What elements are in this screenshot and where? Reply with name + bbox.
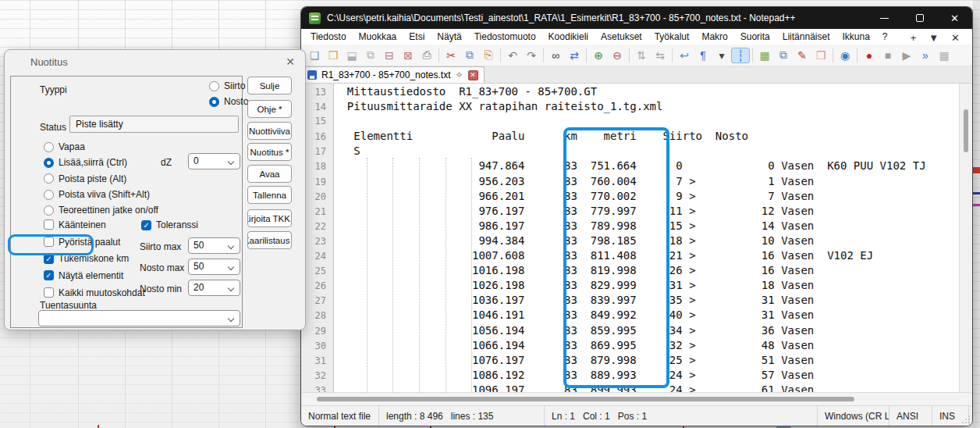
dialog-button[interactable]: Avaa xyxy=(247,165,292,183)
macro-record-icon[interactable]: ● xyxy=(860,48,879,63)
checkbox-row[interactable]: ✓ Käänteinen xyxy=(44,216,145,234)
checkbox-icon[interactable]: ✓ xyxy=(44,270,54,280)
undo-icon[interactable]: ↶ xyxy=(503,48,522,63)
document-map-icon[interactable]: ▦ xyxy=(755,48,774,63)
menu-item[interactable]: Ikkuna xyxy=(836,31,875,42)
show-all-chars-icon[interactable]: ¶ xyxy=(694,48,712,63)
spinner-combo[interactable]: 20 xyxy=(188,280,240,296)
menu-item[interactable]: Tiedostomuoto xyxy=(468,31,542,42)
menu-item[interactable]: Asetukset xyxy=(595,31,648,42)
dialog-button[interactable]: Tallenna xyxy=(247,186,292,204)
zoom-out-icon[interactable]: ⊖ xyxy=(608,48,627,63)
macro-play-icon[interactable]: ▶ xyxy=(897,48,916,63)
tyyppi-radio-row[interactable]: Siirto xyxy=(209,78,248,94)
checkbox-row[interactable]: ✓ Kaikki muutoskohdat xyxy=(44,284,145,301)
macro-save-icon[interactable]: ▦ xyxy=(935,48,953,63)
spinner-combo[interactable]: 50 xyxy=(188,259,240,275)
sync-horizontal-icon[interactable]: ⇆ xyxy=(651,48,669,63)
radio-icon[interactable] xyxy=(209,81,219,91)
toolbar-icon[interactable] xyxy=(500,48,501,62)
menu-item[interactable]: Muokkaa xyxy=(353,31,403,42)
mode-radio-row[interactable]: Lisää,siirrä (Ctrl) xyxy=(44,155,158,170)
indent-guide-icon[interactable]: ┆ xyxy=(731,48,750,63)
editor[interactable]: 13 Mittaustiedosto R1_83+700 - 85+700.GT… xyxy=(301,84,972,392)
mode-radio-row[interactable]: Poista piste (Alt) xyxy=(44,171,158,187)
mode-radio-row[interactable]: Poista viiva (Shift+Alt) xyxy=(44,187,158,202)
vertical-scrollbar-thumb[interactable] xyxy=(964,109,968,152)
print-icon[interactable]: ⎙ xyxy=(417,48,436,63)
dialog-button[interactable]: Ohje * xyxy=(247,100,292,118)
toolbar-icon[interactable] xyxy=(752,48,753,62)
copy-icon[interactable]: ⧉ xyxy=(460,48,479,63)
toolbar-icon[interactable] xyxy=(672,48,673,62)
toolbar-icon[interactable] xyxy=(629,48,630,62)
dialog-button[interactable]: Sulje xyxy=(247,77,292,95)
paste-icon[interactable]: ⎘ xyxy=(479,48,498,63)
menu-item[interactable]: Tiedosto xyxy=(304,31,353,42)
checkbox-icon[interactable]: ✓ xyxy=(44,287,54,298)
checkbox-icon[interactable]: ✓ xyxy=(141,220,151,230)
tuentasuunta-combo[interactable] xyxy=(38,310,240,326)
menu-item[interactable]: Näytä xyxy=(431,31,467,42)
menu-item[interactable]: Suorita xyxy=(734,31,776,42)
menu-item[interactable]: Työkalut xyxy=(648,31,696,42)
radio-icon[interactable] xyxy=(44,173,54,184)
tab-active[interactable]: R1_83+700 - 85+700_notes.txt ✧ ✕ xyxy=(301,66,485,83)
new-tab-icon[interactable]: + xyxy=(911,32,917,44)
replace-icon[interactable]: ⇄ xyxy=(565,48,584,63)
radio-icon[interactable] xyxy=(44,205,54,216)
radio-icon[interactable] xyxy=(44,142,54,152)
doc-switcher-icon[interactable]: ⧉ xyxy=(774,48,793,63)
preview-eye-icon[interactable]: ◉ xyxy=(836,48,854,63)
macro-stop-icon[interactable]: ■ xyxy=(879,48,897,63)
macro-run-multiple-icon[interactable]: » xyxy=(916,48,935,63)
tab-list-icon[interactable]: ▼ xyxy=(929,32,939,44)
dialog-button[interactable]: Kirjoita TKK * xyxy=(247,209,292,227)
dialog-button[interactable]: Kaarilistaus * xyxy=(247,231,292,249)
menu-item[interactable]: Etsi xyxy=(403,31,431,42)
spinner-combo[interactable]: 50 xyxy=(188,237,240,254)
radio-icon[interactable] xyxy=(44,158,54,168)
checkbox-row[interactable]: ✓ Näytä elementit xyxy=(44,267,145,284)
open-folder-icon[interactable]: ❒ xyxy=(324,48,343,63)
toleranssi-checkbox-row[interactable]: ✓ Toleranssi xyxy=(141,217,198,233)
dropdown-caret-icon[interactable]: ▾ xyxy=(712,48,731,63)
horizontal-scrollbar[interactable] xyxy=(301,392,972,405)
dialog-button[interactable]: Nuottiviiva xyxy=(247,122,292,140)
resize-grip[interactable] xyxy=(962,416,970,423)
menu-item[interactable]: ? xyxy=(876,31,894,42)
tyyppi-radio-row[interactable]: Nosto xyxy=(209,94,248,109)
close-all-docs-icon[interactable]: ⊠ xyxy=(399,48,417,63)
redo-icon[interactable]: ↷ xyxy=(522,48,541,63)
toolbar-icon[interactable] xyxy=(857,48,858,62)
dz-combo[interactable]: 0 xyxy=(188,153,240,169)
file-monitoring-icon[interactable]: ✎ xyxy=(793,48,811,63)
mode-radio-row[interactable]: Vapaa xyxy=(44,139,158,155)
find-icon[interactable]: ∞ xyxy=(546,48,565,63)
close-button[interactable]: ✕ xyxy=(937,7,972,29)
status-field[interactable]: Piste lisätty xyxy=(69,116,239,133)
menu-item[interactable]: Liitännäiset xyxy=(776,31,836,42)
pin-icon[interactable]: ✧ xyxy=(455,70,463,80)
new-file-icon[interactable]: ❏ xyxy=(305,48,324,63)
menu-item[interactable]: Makro xyxy=(695,31,733,42)
dialog-titlebar[interactable]: Nuotitus ✕ xyxy=(5,50,305,73)
toolbar-icon[interactable] xyxy=(833,48,833,62)
toolbar-icon[interactable] xyxy=(586,48,587,62)
folder-workspace-icon[interactable]: ❒ xyxy=(811,48,830,63)
close-tab-icon[interactable]: ✕ xyxy=(951,32,960,44)
zoom-in-icon[interactable]: ⊕ xyxy=(589,48,608,63)
cut-icon[interactable]: ✂ xyxy=(442,48,460,63)
close-doc-icon[interactable]: ⊟ xyxy=(380,48,399,63)
checkbox-icon[interactable]: ✓ xyxy=(44,219,54,230)
maximize-button[interactable] xyxy=(902,7,937,29)
tab-close-icon[interactable]: ✕ xyxy=(468,70,478,80)
radio-icon[interactable] xyxy=(44,190,54,200)
horizontal-scrollbar-thumb[interactable] xyxy=(317,397,854,401)
save-all-icon[interactable]: ⧉ xyxy=(361,48,380,63)
sync-vertical-icon[interactable]: ⇅ xyxy=(632,48,651,63)
radio-icon[interactable] xyxy=(209,97,219,107)
dialog-button[interactable]: Nuotitus * xyxy=(247,143,292,161)
dialog-close-icon[interactable]: ✕ xyxy=(283,55,297,69)
vertical-scrollbar[interactable] xyxy=(959,84,972,392)
